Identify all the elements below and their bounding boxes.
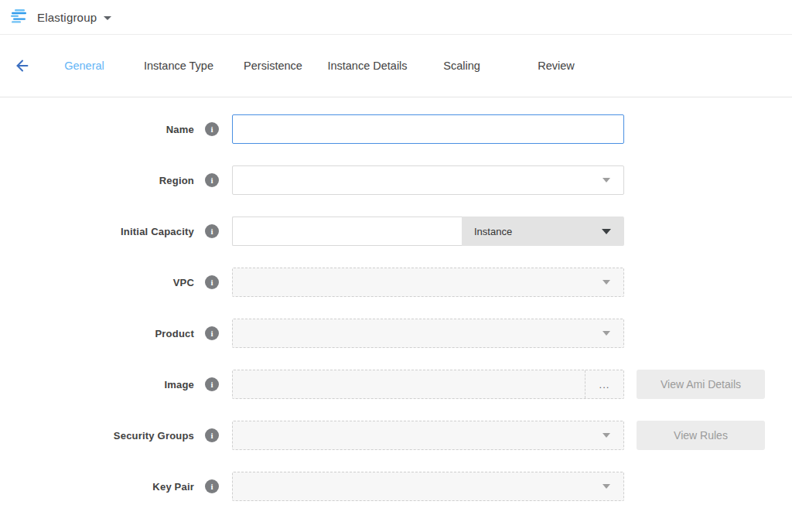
info-icon[interactable]: i xyxy=(205,479,219,493)
info-icon[interactable]: i xyxy=(205,326,219,340)
tab-instance-type[interactable]: Instance Type xyxy=(131,60,226,72)
form-row-key-pair: Key Pair i xyxy=(0,472,792,501)
field-label-vpc: VPC xyxy=(0,277,194,288)
back-button[interactable] xyxy=(14,56,37,75)
elastigroup-logo-icon xyxy=(11,9,29,26)
image-value xyxy=(233,370,585,398)
form-row-image: Image i ... View Ami Details xyxy=(0,370,792,399)
chevron-down-icon xyxy=(104,16,111,20)
name-input[interactable] xyxy=(232,114,624,144)
form-row-initial-capacity: Initial Capacity i Instance xyxy=(0,217,792,246)
vpc-select[interactable] xyxy=(232,268,624,297)
browse-image-button[interactable]: ... xyxy=(585,370,623,398)
info-icon[interactable]: i xyxy=(205,275,219,289)
field-label-region: Region xyxy=(0,175,194,186)
product-select[interactable] xyxy=(232,319,624,348)
form-row-product: Product i xyxy=(0,319,792,348)
chevron-down-icon xyxy=(603,484,610,489)
chevron-down-icon xyxy=(603,433,610,438)
tab-scaling[interactable]: Scaling xyxy=(415,60,509,72)
info-icon[interactable]: i xyxy=(205,224,219,238)
security-groups-select[interactable] xyxy=(232,421,624,450)
tab-persistence[interactable]: Persistence xyxy=(226,60,320,72)
info-icon[interactable]: i xyxy=(205,122,219,136)
initial-capacity-input[interactable] xyxy=(232,217,462,246)
region-select[interactable] xyxy=(232,165,624,195)
info-icon[interactable]: i xyxy=(205,377,219,391)
arrow-left-icon xyxy=(14,57,31,74)
field-label-image: Image xyxy=(0,379,194,390)
app-switcher[interactable]: Elastigroup xyxy=(11,9,111,26)
info-icon[interactable]: i xyxy=(205,173,219,187)
general-settings-form: Name i Region i Initial Capacity i Insta… xyxy=(0,97,792,501)
view-rules-button[interactable]: View Rules xyxy=(637,421,765,450)
key-pair-select[interactable] xyxy=(232,472,624,501)
field-label-security-groups: Security Groups xyxy=(0,430,194,442)
capacity-unit-value: Instance xyxy=(474,226,512,237)
chevron-down-icon xyxy=(603,178,610,182)
app-title: Elastigroup xyxy=(37,11,97,24)
form-row-name: Name i xyxy=(0,114,792,144)
field-label-product: Product xyxy=(0,328,194,339)
form-row-region: Region i xyxy=(0,165,792,195)
form-row-security-groups: Security Groups i View Rules xyxy=(0,421,792,450)
field-label-initial-capacity: Initial Capacity xyxy=(0,226,194,237)
tab-review[interactable]: Review xyxy=(509,60,603,72)
field-label-name: Name xyxy=(0,124,194,135)
tab-general[interactable]: General xyxy=(37,60,131,72)
view-ami-details-button[interactable]: View Ami Details xyxy=(637,370,765,399)
chevron-down-icon xyxy=(603,280,610,285)
chevron-down-icon xyxy=(603,331,610,336)
form-row-vpc: VPC i xyxy=(0,268,792,297)
image-select[interactable]: ... xyxy=(232,370,624,399)
info-icon[interactable]: i xyxy=(205,428,219,442)
field-label-key-pair: Key Pair xyxy=(0,481,194,493)
tab-instance-details[interactable]: Instance Details xyxy=(320,60,415,72)
capacity-unit-select[interactable]: Instance xyxy=(462,217,624,246)
top-bar: Elastigroup xyxy=(0,0,792,35)
wizard-tab-bar: General Instance Type Persistence Instan… xyxy=(0,35,792,97)
chevron-down-icon xyxy=(602,229,611,234)
